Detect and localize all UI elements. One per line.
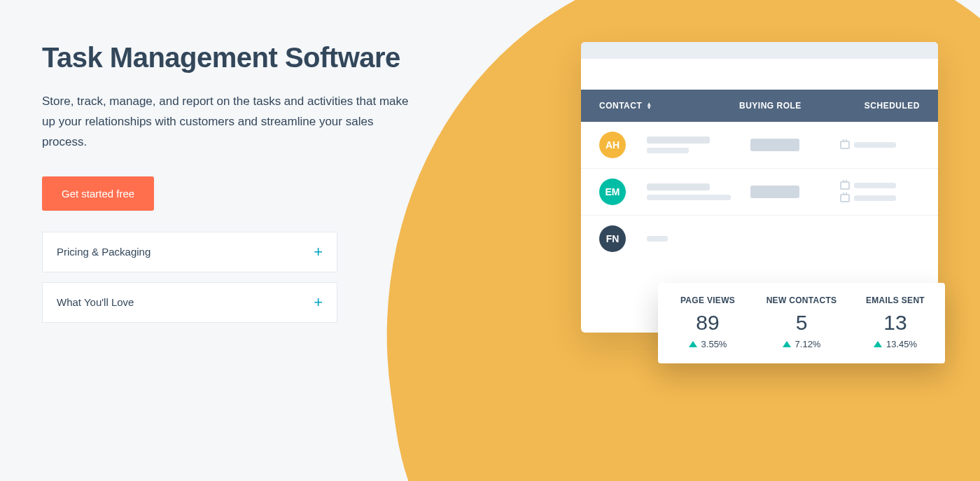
scheduled-placeholder [840,181,920,202]
contact-placeholder [647,137,745,153]
stat-delta: 3.55% [701,339,727,349]
accordion: Pricing & Packaging + What You'll Love + [42,232,337,323]
stat-new-contacts: NEW CONTACTS 5 7.12% [764,295,839,349]
stat-delta: 7.12% [795,339,821,349]
column-contact[interactable]: CONTACT ▲▼ [599,101,739,111]
stat-label: NEW CONTACTS [764,295,839,305]
accordion-item-love[interactable]: What You'll Love + [42,282,337,323]
contact-placeholder [647,183,745,200]
column-role[interactable]: BUYING ROLE [739,101,823,111]
window-chrome [581,42,938,59]
calendar-icon [840,181,850,190]
stats-popover: PAGE VIEWS 89 3.55% NEW CONTACTS 5 7.12%… [658,283,945,363]
stat-label: EMAILS SENT [858,295,932,305]
plus-icon: + [314,244,323,260]
role-placeholder [750,186,834,198]
page-subtitle: Store, track, manage, and report on the … [42,92,420,153]
table-row[interactable]: AH [581,122,938,169]
scheduled-placeholder [840,141,920,149]
sort-icon: ▲▼ [646,102,652,109]
stat-page-views: PAGE VIEWS 89 3.55% [671,295,745,349]
avatar: EM [599,179,626,205]
role-placeholder [750,139,834,151]
stat-value: 13 [858,311,932,335]
column-scheduled[interactable]: SCHEDULED [823,101,920,111]
hero-section: Task Management Software Store, track, m… [42,42,434,333]
avatar: AH [599,132,626,158]
calendar-icon [840,194,850,202]
plus-icon: + [314,295,323,310]
page-title: Task Management Software [42,42,434,74]
accordion-label: Pricing & Packaging [57,246,150,258]
stat-value: 5 [764,311,839,335]
accordion-label: What You'll Love [57,296,134,308]
accordion-item-pricing[interactable]: Pricing & Packaging + [42,232,337,272]
table-row[interactable]: FN [581,216,938,262]
stat-value: 89 [671,311,745,335]
trend-up-icon [783,341,791,347]
window-toolbar [581,59,938,90]
app-preview-window: CONTACT ▲▼ BUYING ROLE SCHEDULED AH [581,42,938,333]
table-row[interactable]: EM [581,169,938,216]
avatar: FN [599,225,626,252]
table-header: CONTACT ▲▼ BUYING ROLE SCHEDULED [581,90,938,122]
stat-emails-sent: EMAILS SENT 13 13.45% [858,295,932,349]
stat-label: PAGE VIEWS [671,295,745,305]
trend-up-icon [689,341,697,347]
contact-placeholder [647,236,745,242]
get-started-button[interactable]: Get started free [42,176,154,211]
trend-up-icon [874,341,882,347]
stat-delta: 13.45% [886,339,917,349]
column-label: CONTACT [599,101,642,111]
calendar-icon [840,141,850,149]
